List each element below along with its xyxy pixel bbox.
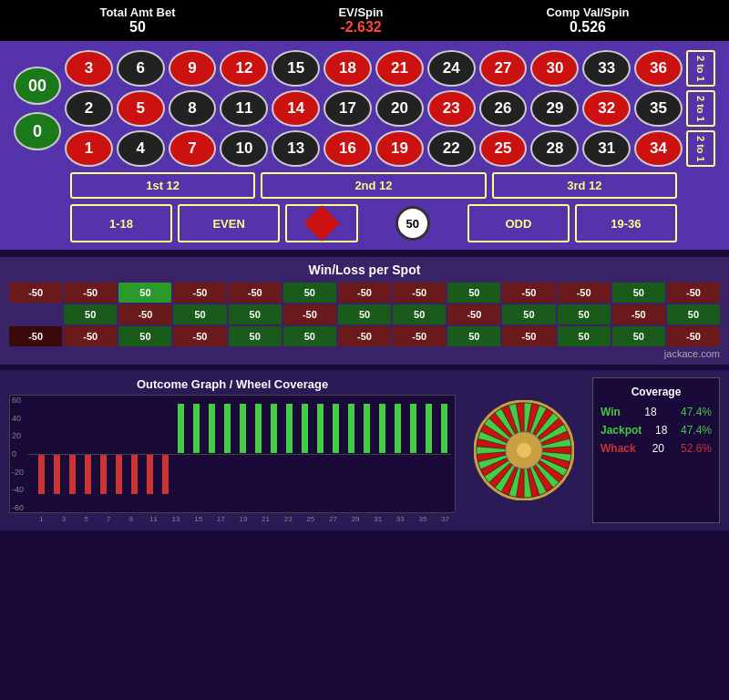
- jackace-label: jackace.com: [9, 348, 720, 359]
- number-6[interactable]: 6: [117, 50, 165, 87]
- number-8[interactable]: 8: [169, 90, 217, 127]
- number-12[interactable]: 12: [220, 50, 268, 87]
- winloss-title: Win/Loss per Spot: [9, 262, 720, 277]
- number-14[interactable]: 14: [272, 90, 320, 127]
- bar-element: [116, 455, 122, 494]
- bar-19: [328, 396, 343, 512]
- bar-13: [235, 396, 250, 512]
- number-29[interactable]: 29: [530, 90, 579, 127]
- x-axis-label: 17: [210, 515, 231, 523]
- cov-jackpot-pct: 47.4%: [681, 424, 712, 437]
- bet-even-btn[interactable]: EVEN: [178, 204, 280, 242]
- bar-22: [375, 396, 389, 512]
- bar-element: [364, 404, 370, 453]
- x-axis-label: 19: [233, 515, 254, 523]
- betting-row: 1-18 EVEN 50 ODD 19-36: [14, 204, 715, 242]
- number-23[interactable]: 23: [427, 90, 476, 127]
- dozen-2-btn[interactable]: 2nd 12: [261, 172, 487, 199]
- number-11[interactable]: 11: [220, 90, 268, 127]
- number-5[interactable]: 5: [117, 90, 165, 127]
- comp-val-spin-label: Comp Val/Spin: [546, 5, 629, 19]
- dozen-row: 1st 12 2nd 12 3rd 12: [14, 172, 715, 199]
- number-7[interactable]: 7: [169, 130, 217, 167]
- bar-18: [313, 396, 327, 512]
- single-zero[interactable]: 0: [14, 112, 61, 150]
- x-axis-label: 11: [143, 515, 164, 523]
- x-axis-label: 15: [188, 515, 209, 523]
- dozen-3-btn[interactable]: 3rd 12: [492, 172, 677, 199]
- x-axis-label: 27: [323, 515, 344, 523]
- coverage-jackpot-row: Jackpot 18 47.4%: [601, 424, 712, 437]
- wl-cell-2-5: 50: [283, 326, 336, 346]
- wheel-area: [465, 377, 583, 523]
- x-axis-label: 23: [278, 515, 299, 523]
- bar-element: [147, 455, 153, 494]
- number-24[interactable]: 24: [427, 50, 476, 87]
- bar-23: [390, 396, 405, 512]
- number-34[interactable]: 34: [634, 130, 683, 167]
- x-axis-label: 35: [413, 515, 434, 523]
- number-33[interactable]: 33: [582, 50, 631, 87]
- bar-element: [255, 404, 262, 453]
- number-20[interactable]: 20: [375, 90, 424, 127]
- bar-element: [178, 404, 184, 453]
- bet-odd-btn[interactable]: ODD: [467, 204, 570, 242]
- chip[interactable]: 50: [395, 206, 430, 241]
- number-1[interactable]: 1: [65, 130, 113, 167]
- bar-8: [158, 396, 172, 512]
- cov-jackpot-num: 18: [655, 424, 667, 437]
- bar-element: [348, 404, 354, 453]
- number-10[interactable]: 10: [220, 130, 268, 167]
- number-16[interactable]: 16: [323, 130, 372, 167]
- number-15[interactable]: 15: [272, 50, 320, 87]
- col-bet-1[interactable]: 2 to 1: [686, 50, 715, 87]
- coverage-win-row: Win 18 47.4%: [601, 406, 712, 418]
- number-25[interactable]: 25: [479, 130, 528, 167]
- number-31[interactable]: 31: [582, 130, 631, 167]
- bar-9: [173, 396, 188, 512]
- number-26[interactable]: 26: [479, 90, 528, 127]
- wl-cell-1-7: 50: [393, 304, 446, 324]
- bet-1936-btn[interactable]: 19-36: [575, 204, 677, 242]
- wl-cell-2-4: 50: [229, 326, 282, 346]
- number-4[interactable]: 4: [117, 130, 165, 167]
- number-28[interactable]: 28: [530, 130, 579, 167]
- bar-24: [406, 396, 420, 512]
- bar-10: [189, 396, 203, 512]
- number-21[interactable]: 21: [375, 50, 424, 87]
- number-32[interactable]: 32: [582, 90, 631, 127]
- wl-cell-0-3: -50: [173, 283, 226, 303]
- wl-cell-0-6: -50: [338, 283, 391, 303]
- number-22[interactable]: 22: [427, 130, 476, 167]
- coverage-area: Coverage Win 18 47.4% Jackpot 18 47.4% W…: [592, 377, 720, 523]
- number-9[interactable]: 9: [169, 50, 217, 87]
- col-bet-2[interactable]: 2 to 1: [686, 90, 715, 127]
- number-3[interactable]: 3: [65, 50, 113, 87]
- bar-element: [193, 404, 200, 453]
- col-bet-3[interactable]: 2 to 1: [686, 130, 715, 167]
- cov-win-label: Win: [601, 406, 621, 418]
- number-17[interactable]: 17: [323, 90, 372, 127]
- bar-5: [111, 396, 126, 512]
- bet-118-btn[interactable]: 1-18: [70, 204, 172, 242]
- number-18[interactable]: 18: [323, 50, 372, 87]
- column-bets: 2 to 1 2 to 1 2 to 1: [686, 50, 715, 167]
- wl-cell-0-8: 50: [447, 283, 500, 303]
- number-30[interactable]: 30: [530, 50, 579, 87]
- wl-cell-0-5: 50: [283, 283, 336, 303]
- dozen-1-btn[interactable]: 1st 12: [70, 172, 255, 199]
- ev-spin-group: EV/Spin -2.632: [338, 5, 383, 36]
- number-36[interactable]: 36: [634, 50, 683, 87]
- number-2[interactable]: 2: [65, 90, 113, 127]
- number-27[interactable]: 27: [479, 50, 528, 87]
- number-35[interactable]: 35: [634, 90, 683, 127]
- graph-area: Outcome Graph / Wheel Coverage 6040200-2…: [9, 377, 456, 523]
- double-zero[interactable]: 00: [14, 67, 61, 105]
- zeros-column: 00 0: [14, 50, 61, 167]
- red-bet-btn[interactable]: [285, 204, 358, 242]
- wl-cell-1-9: 50: [502, 304, 555, 324]
- number-19[interactable]: 19: [375, 130, 424, 167]
- wl-cell-2-8: 50: [447, 326, 500, 346]
- x-labels: 135791113151719212325272931333537: [9, 515, 456, 523]
- number-13[interactable]: 13: [272, 130, 320, 167]
